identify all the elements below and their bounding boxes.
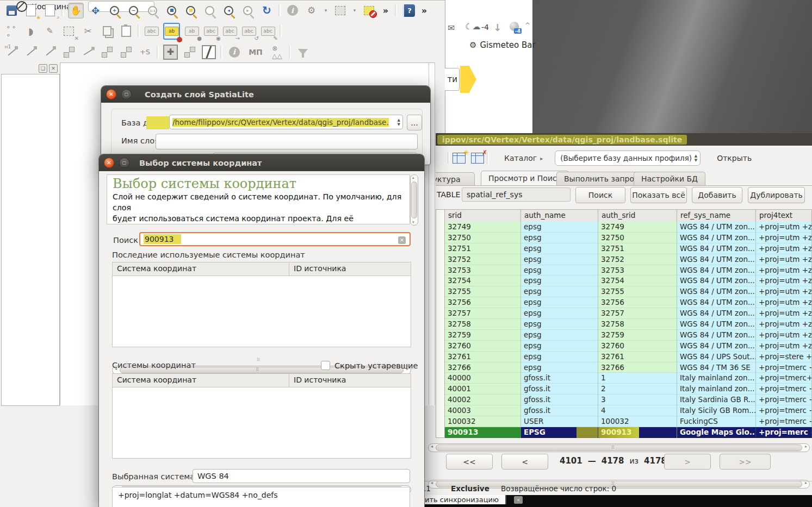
- run-feature-action-icon[interactable]: ⚙: [304, 3, 319, 18]
- crs-table[interactable]: Система координат ID источника: [112, 373, 411, 459]
- zoom-full-icon[interactable]: [164, 3, 179, 18]
- deselect-features-icon[interactable]: [362, 3, 376, 18]
- table-name-field[interactable]: spatial_ref_sys: [462, 187, 571, 202]
- download-arrow-icon[interactable]: ↓: [493, 22, 501, 33]
- sqliteman-titlebar[interactable]: ippov/src/QVertex/Vertex/data/qgis_proj/…: [436, 133, 812, 146]
- copy-features-icon[interactable]: [100, 24, 114, 39]
- stop-render-icon[interactable]: [16, 1, 27, 12]
- zoom-out-icon[interactable]: −: [126, 3, 141, 18]
- open-db-button[interactable]: Открыть: [708, 151, 760, 166]
- drop-table-icon[interactable]: ✗: [468, 151, 487, 166]
- rotate-feature-icon[interactable]: [201, 45, 216, 59]
- recent-crs-table[interactable]: Система координат ID источника: [112, 262, 411, 347]
- duplicate-row-button[interactable]: Дублировать: [748, 187, 805, 203]
- show-all-button[interactable]: Показать всё: [630, 187, 687, 203]
- tab-structure[interactable]: Структура: [436, 172, 475, 185]
- profile-db-combobox[interactable]: (Выберите базу данных профиля) ▲▼: [555, 151, 701, 166]
- add-row-button[interactable]: Добавить: [692, 187, 742, 203]
- move-label-icon[interactable]: abc→: [222, 24, 237, 39]
- table-row[interactable]: 32753 epsg 32753 WGS 84 / UTM zon... +pr…: [445, 265, 812, 276]
- crs-search-input[interactable]: 900913 ✕: [139, 232, 411, 246]
- create-table-icon[interactable]: ✳: [450, 151, 468, 166]
- node-tool-icon[interactable]: н1: [4, 45, 19, 59]
- table-row[interactable]: 32750 epsg 32750 WGS 84 / UTM zon... +pr…: [445, 233, 812, 243]
- tab-browse-search[interactable]: Просмотр и Поиск: [481, 171, 569, 185]
- offset-curve-icon[interactable]: +S: [138, 45, 152, 59]
- metadata-info-icon[interactable]: i: [227, 45, 241, 59]
- column-header[interactable]: auth_name: [521, 210, 598, 222]
- table-row[interactable]: 900913 EPSG 900913 Google Maps Glo... +p…: [445, 427, 812, 438]
- maximize-icon[interactable]: ▢: [119, 158, 129, 168]
- tab-execute-query[interactable]: Выполнить запрос: [556, 172, 646, 185]
- db-path-combobox[interactable]: /home/filippov/src/QVertex/Vertex/data/q…: [169, 115, 403, 129]
- mail-icon[interactable]: ✉: [448, 23, 455, 33]
- search-button[interactable]: Поиск: [575, 187, 625, 203]
- select-features-icon[interactable]: [333, 3, 348, 18]
- table-row[interactable]: 32757 epsg 32757 WGS 84 / UTM zon... +pr…: [445, 308, 812, 319]
- split-features-icon[interactable]: [23, 45, 38, 59]
- configure-tools-icon[interactable]: ✎: [42, 24, 57, 39]
- info-vscrollbar[interactable]: [410, 174, 418, 226]
- action-dropdown-arrow[interactable]: ▾: [323, 3, 328, 18]
- last-page-button[interactable]: >>: [720, 454, 771, 470]
- identify-features-icon[interactable]: i: [285, 3, 300, 18]
- table-row[interactable]: 32760 epsg 32760 WGS 84 / UTM zon... +pr…: [445, 341, 812, 352]
- create-dialog-titlebar[interactable]: ✕ ▢ Создать слой SpatiaLite: [101, 86, 430, 103]
- add-ring-icon[interactable]: [61, 45, 76, 59]
- help-icon[interactable]: ?: [401, 3, 416, 18]
- hide-deprecated-control[interactable]: Скрыть устаревшие: [321, 361, 418, 370]
- table-row[interactable]: 32761 epsg 32761 WGS 84 / UPS Sout... +p…: [445, 352, 812, 362]
- sync-button-fragment[interactable]: ить синхронизацию: [424, 495, 506, 504]
- toolbar-overflow-button[interactable]: »: [381, 3, 390, 18]
- close-icon[interactable]: ✕: [106, 89, 116, 99]
- collapse-chevron[interactable]: ^: [525, 22, 530, 29]
- grid-hscrollbar[interactable]: ⠿: [428, 443, 810, 452]
- gismeteo-bar[interactable]: ⚙ Gismeteo Bar: [469, 40, 536, 50]
- table-row[interactable]: 32766 epsg 32766 WGS 84 / TM 36 SE +proj…: [445, 362, 812, 373]
- table-row[interactable]: 40000 gfoss.it 1 Italy mainland zon... +…: [445, 373, 812, 384]
- zoom-in-icon[interactable]: +: [107, 3, 122, 18]
- toolbar-overflow-button[interactable]: »: [420, 3, 428, 18]
- pan-to-selection-icon[interactable]: ✥: [88, 3, 103, 18]
- catalog-menu-button[interactable]: Каталог ▸: [499, 152, 548, 165]
- spinner-arrows-icon[interactable]: ▲▼: [695, 154, 697, 162]
- refresh-icon[interactable]: ↻: [259, 3, 274, 18]
- column-header[interactable]: Система координат: [113, 374, 289, 387]
- prev-page-button[interactable]: <: [501, 454, 548, 470]
- zoom-native-icon[interactable]: 1:1: [145, 3, 160, 18]
- table-row[interactable]: 40001 gfoss.it 2 Italy mainland zon... +…: [445, 384, 812, 395]
- column-header[interactable]: ref_sys_name: [677, 210, 756, 222]
- night-cloud-icon[interactable]: ☾☁: [465, 22, 480, 32]
- delete-ring-icon[interactable]: [119, 45, 133, 59]
- add-part-icon[interactable]: [80, 45, 95, 59]
- merge-attributes-icon[interactable]: [182, 45, 197, 59]
- fill-ring-icon[interactable]: [100, 45, 114, 59]
- show-hide-labels-icon[interactable]: abc◉: [203, 24, 218, 39]
- zoom-to-layer-icon[interactable]: [202, 3, 217, 18]
- rotate-label-icon[interactable]: abc↺: [241, 24, 256, 39]
- table-row[interactable]: 32751 epsg 32751 WGS 84 / UTM zon... +pr…: [445, 243, 812, 254]
- first-page-button[interactable]: <<: [446, 454, 493, 470]
- splitter-grip[interactable]: ⠿: [257, 358, 261, 362]
- close-icon[interactable]: ✕: [104, 158, 114, 168]
- layers-panel[interactable]: [1, 74, 60, 406]
- column-header[interactable]: proj4text: [756, 210, 812, 222]
- spinner-arrows-icon[interactable]: ▲▼: [398, 118, 400, 127]
- reshape-features-icon[interactable]: [42, 45, 57, 59]
- table-row[interactable]: 32752 epsg 32752 WGS 84 / UTM zon... +pr…: [445, 254, 812, 265]
- pin-labels-icon[interactable]: ab: [163, 23, 180, 40]
- table-row[interactable]: 40003 gfoss.it 4 Italy Sicily GB Rom... …: [445, 405, 812, 416]
- table-row[interactable]: 32755 epsg 32755 WGS 84 / UTM zon... +pr…: [445, 286, 812, 297]
- cut-features-icon[interactable]: ✂: [80, 24, 95, 39]
- dock-float-icon[interactable]: ❏: [39, 64, 47, 73]
- merge-features-icon[interactable]: ✚: [163, 45, 178, 59]
- table-row[interactable]: 40002 gfoss.it 3 Italy Sardinia GB R... …: [445, 395, 812, 405]
- column-header[interactable]: auth_srid: [598, 210, 677, 222]
- maximize-icon[interactable]: ▢: [121, 89, 132, 99]
- checkbox-icon[interactable]: [321, 361, 330, 370]
- label-settings-icon[interactable]: abc: [144, 24, 159, 39]
- column-header[interactable]: ID источника: [289, 374, 410, 387]
- table-row[interactable]: 100032 USER 100032 FuckingCS +proj=tmerc…: [445, 416, 812, 427]
- taskbar-close-icon[interactable]: ✕: [514, 496, 523, 504]
- table-row[interactable]: 32754 epsg 32754 WGS 84 / UTM zon... +pr…: [445, 276, 812, 286]
